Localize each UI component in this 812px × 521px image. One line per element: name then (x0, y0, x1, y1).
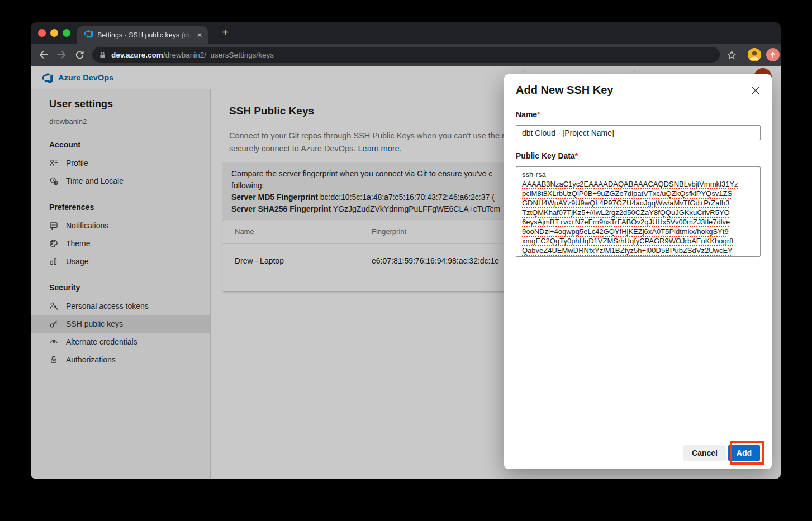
browser-tab[interactable]: Settings · SSH public keys (dre ✕ (77, 26, 208, 44)
public-key-line: xmgEC2QgTy0phHqD1VZMSrhUqfyCPAGR9WOJrbAE… (522, 236, 754, 246)
public-key-line: 6eysAjmBT+vc+N7eFrn9nsTrFABOv2qJUHx5Vv00… (522, 217, 754, 227)
tab-title: Settings · SSH public keys (dre (97, 31, 192, 39)
add-button[interactable]: Add (728, 445, 760, 461)
window-minimize-button[interactable] (50, 29, 58, 37)
dialog-title: Add New SSH Key (516, 84, 613, 97)
browser-update-icon[interactable] (766, 48, 780, 61)
tab-close-icon[interactable]: ✕ (197, 31, 202, 39)
required-asterisk: * (575, 151, 578, 160)
name-input[interactable] (516, 125, 761, 140)
public-key-line: 9ooNDzi+4oqwpg5eLc42GQYfHjKEZj6xA0T5Pidt… (522, 227, 754, 236)
bookmark-star-icon[interactable] (725, 48, 738, 61)
public-key-line: dwHKhl8DkzC7YU9hFAoBm9kSqtQtE81G8hF9cmzT… (522, 255, 754, 257)
public-key-line: GDNH4WpAYz9U9wQL4P97GZU4aoJgqWw/aMvTfGd+… (522, 198, 754, 208)
public-key-line: ssh-rsa (522, 170, 754, 179)
window-zoom-button[interactable] (63, 29, 70, 37)
cancel-button[interactable]: Cancel (683, 445, 726, 461)
url-text: dev.azure.com/drewbanin2/_usersSettings/… (111, 51, 274, 59)
lock-icon (99, 51, 106, 59)
name-label: Name* (516, 110, 540, 119)
add-ssh-key-dialog: Add New SSH Key Name* Public Key Data* s… (504, 74, 772, 469)
url-path: /drewbanin2/_usersSettings/keys (163, 51, 274, 59)
browser-window: Settings · SSH public keys (dre ✕ + dev.… (31, 22, 781, 479)
url-bar[interactable]: dev.azure.com/drewbanin2/_usersSettings/… (92, 47, 720, 63)
public-key-line: QabveZ4UEMwDRNfxYz/M1BZtyz5h+l00D5BPubZS… (522, 246, 754, 255)
required-asterisk: * (537, 110, 540, 119)
reload-icon[interactable] (73, 48, 86, 61)
new-tab-button[interactable]: + (217, 25, 233, 41)
public-key-line: TztQMKhaf07TjKz5+//IwL2rgz2d50CZaY8fQQuJ… (522, 208, 754, 217)
public-key-line: AAAAB3NzaC1yc2EAAAADAQABAAACAQDSNBLvbjtV… (522, 179, 754, 189)
browser-toolbar: dev.azure.com/drewbanin2/_usersSettings/… (31, 44, 781, 66)
close-icon[interactable] (749, 84, 762, 97)
tab-strip: Settings · SSH public keys (dre ✕ + (31, 22, 781, 44)
url-domain: dev.azure.com (111, 51, 163, 59)
web-page: Azure DevOps User settings drewbanin2 Ac… (31, 66, 781, 479)
window-close-button[interactable] (38, 29, 46, 37)
forward-icon[interactable] (55, 48, 68, 61)
azure-devops-favicon (84, 30, 93, 40)
public-key-textarea[interactable]: ssh-rsaAAAAB3NzaC1yc2EAAAADAQABAAACAQDSN… (516, 166, 761, 257)
public-key-line: pciM8t8XLrbUzQlP0B+9uZGZe7dlpatVTxc/uQZk… (522, 189, 754, 198)
back-icon[interactable] (37, 48, 50, 61)
public-key-label: Public Key Data* (516, 151, 578, 160)
browser-profile-avatar[interactable] (748, 48, 761, 61)
